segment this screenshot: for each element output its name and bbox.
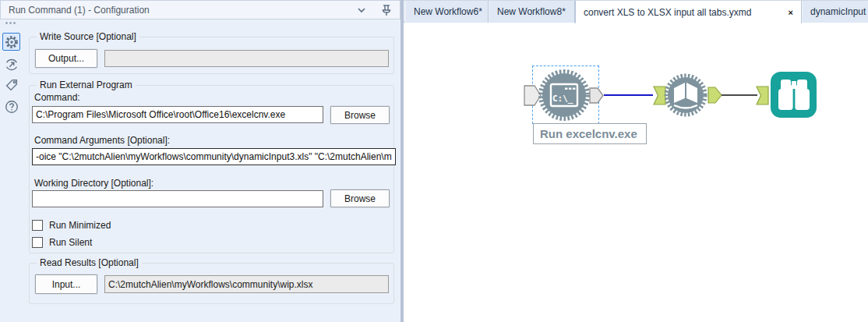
working-directory-input[interactable]	[32, 190, 323, 207]
write-source-field	[104, 50, 389, 67]
read-results-field	[104, 275, 389, 293]
command-input[interactable]	[32, 106, 323, 123]
read-results-legend: Read Results [Optional]	[37, 257, 142, 268]
tab-label: New Workflow6*	[414, 6, 482, 17]
run-silent-checkbox[interactable]	[32, 237, 43, 248]
pin-icon[interactable]	[379, 3, 393, 17]
run-silent-label: Run Silent	[49, 237, 92, 248]
svg-text:C:\_: C:\_	[552, 94, 573, 104]
output-anchor-gray[interactable]	[589, 87, 605, 107]
tab-dynamicinput[interactable]: dynamicInput	[802, 1, 868, 23]
panel-title: Run Command (1) - Configuration	[9, 5, 150, 16]
input-button[interactable]: Input...	[35, 274, 97, 294]
gear-icon[interactable]	[2, 33, 20, 51]
tab-label: dynamicInput	[810, 6, 866, 17]
binoculars-icon	[778, 80, 810, 110]
chevron-down-icon[interactable]	[355, 3, 369, 17]
configuration-panel: Run Command (1) - Configuration	[0, 0, 404, 322]
run-performance-icon[interactable]	[2, 55, 20, 73]
command-browse-button[interactable]: Browse	[330, 106, 390, 124]
tool-config-icon-strip	[0, 19, 22, 322]
connection[interactable]	[722, 94, 757, 96]
run-silent-row: Run Silent	[32, 237, 92, 248]
run-minimized-row: Run Minimized	[32, 220, 111, 231]
command-label: Command:	[34, 92, 80, 103]
tab-label: convert XLS to XLSX input all tabs.yxmd	[584, 7, 751, 18]
browse-tool[interactable]	[770, 71, 817, 122]
macro-tool[interactable]	[663, 73, 708, 121]
run-external-program-legend: Run External Program	[37, 80, 136, 90]
working-directory-label: Working Directory [Optional]:	[34, 178, 153, 189]
tag-icon[interactable]	[2, 76, 20, 94]
help-icon[interactable]	[2, 97, 20, 115]
output-anchor-green[interactable]	[707, 87, 722, 107]
configuration-titlebar: Run Command (1) - Configuration	[0, 0, 400, 19]
working-directory-browse-button[interactable]: Browse	[330, 189, 390, 207]
connection-selected[interactable]	[604, 94, 653, 96]
input-anchor-green[interactable]	[756, 86, 769, 108]
tool-annotation[interactable]: Run excelcnv.exe	[533, 123, 647, 144]
drag-handle-dots-icon	[5, 22, 16, 24]
run-command-tool[interactable]: C:\_	[537, 68, 591, 126]
run-minimized-checkbox[interactable]	[32, 220, 43, 231]
tab-new-workflow8[interactable]: New Workflow8* ×	[489, 1, 575, 23]
tab-new-workflow6[interactable]: New Workflow6* ×	[405, 1, 489, 23]
close-icon[interactable]: ×	[789, 8, 793, 17]
alteryx-designer-window: Run Command (1) - Configuration	[0, 0, 868, 322]
command-arguments-input[interactable]	[32, 148, 396, 165]
tab-convert-xls-to-xlsx[interactable]: convert XLS to XLSX input all tabs.yxmd …	[575, 1, 802, 23]
write-source-legend: Write Source [Optional]	[37, 31, 139, 42]
workflow-tab-bar: New Workflow6* × New Workflow8* × conver…	[404, 0, 868, 23]
tab-label: New Workflow8*	[497, 6, 566, 17]
workflow-canvas[interactable]: C:\_	[404, 23, 868, 322]
run-minimized-label: Run Minimized	[49, 220, 111, 231]
command-arguments-label: Command Arguments [Optional]:	[34, 135, 170, 146]
output-button[interactable]: Output...	[35, 49, 97, 68]
